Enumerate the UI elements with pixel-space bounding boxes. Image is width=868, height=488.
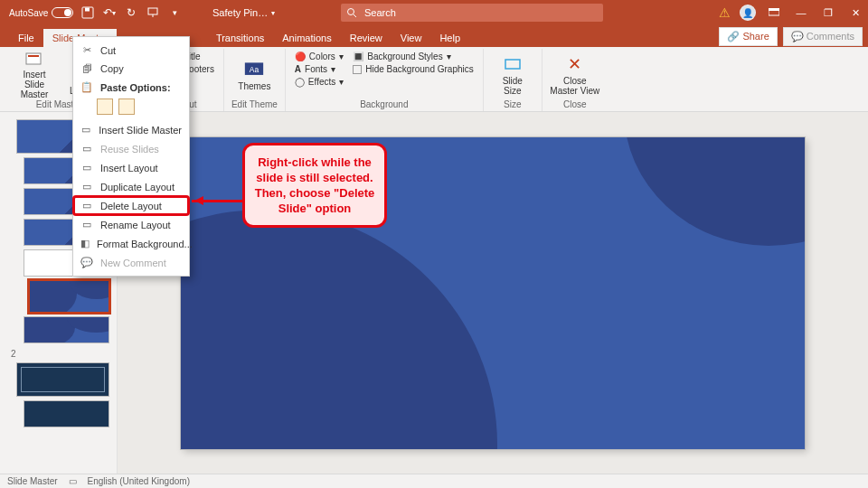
ribbon-group-close: ✕ Close Master View Close (542, 49, 608, 111)
decorative-shape (181, 210, 497, 449)
hide-bg-label: Hide Background Graphics (365, 64, 474, 74)
tab-file[interactable]: File (9, 29, 43, 47)
paste-option-keep-source[interactable] (118, 99, 135, 115)
status-view: Slide Master (7, 476, 58, 486)
themes-label: Themes (238, 81, 270, 91)
close-master-view-label: Close Master View (550, 76, 599, 96)
insert-layout-icon: ▭ (80, 162, 93, 174)
autosave-toggle[interactable]: AutoSave (9, 7, 73, 18)
themes-button[interactable]: Aa Themes (232, 51, 276, 99)
menu-copy[interactable]: 🗐Copy (73, 60, 189, 78)
svg-text:Aa: Aa (250, 64, 259, 73)
tab-review[interactable]: Review (341, 29, 392, 47)
menu-delete-layout[interactable]: ▭Delete Layout (73, 196, 189, 215)
insert-slide-master-button[interactable]: Insert Slide Master (13, 51, 56, 99)
menu-insert-layout[interactable]: ▭Insert Layout (73, 158, 189, 177)
ribbon-group-size: Slide Size Size (484, 49, 542, 111)
menu-rename-layout[interactable]: ▭Rename Layout (73, 215, 189, 234)
titlebar-right: ⚠ 👤 ― ❐ ✕ (719, 0, 864, 25)
qat-more-icon[interactable]: ▾ (167, 5, 182, 20)
layout-thumbnail-selected[interactable] (29, 280, 109, 313)
annotation-arrow (192, 200, 244, 202)
warning-icon[interactable]: ⚠ (719, 5, 731, 20)
svg-rect-1 (85, 8, 90, 12)
bgstyles-label: Background Styles (367, 52, 442, 61)
filename-dropdown-icon: ▾ (271, 9, 275, 17)
slide-master-icon: ▭ (80, 124, 91, 136)
toggle-switch-icon (52, 7, 73, 18)
menu-new-comment: 💬New Comment (73, 253, 189, 272)
menu-cut[interactable]: ✂Cut (73, 41, 189, 60)
undo-icon[interactable]: ↶▾ (102, 5, 117, 20)
menu-new-comment-label: New Comment (100, 258, 166, 268)
slide-size-label: Slide Size (503, 76, 523, 96)
quick-access-toolbar: AutoSave ↶▾ ↻ ▾ (0, 5, 182, 20)
close-master-view-button[interactable]: ✕ Close Master View (550, 51, 600, 99)
status-language[interactable]: English (United Kingdom) (88, 476, 190, 486)
filename-text: Safety Pin… (212, 7, 268, 18)
ribbon-group-edit-theme: Aa Themes Edit Theme (224, 49, 286, 111)
share-button[interactable]: 🔗 Share (719, 27, 777, 46)
decorative-shape (624, 137, 805, 246)
window-minimize-icon[interactable]: ― (792, 4, 810, 22)
ribbon-display-options-icon[interactable] (765, 4, 783, 22)
menu-duplicate-layout-label: Duplicate Layout (100, 182, 175, 192)
effects-dropdown[interactable]: ◯Effects ▾ (293, 76, 345, 88)
search-input[interactable] (363, 6, 598, 19)
tab-transitions[interactable]: Transitions (207, 29, 273, 47)
comments-button[interactable]: 💬 Comments (783, 27, 863, 46)
menu-paste-options-header: 📋Paste Options: (73, 78, 189, 97)
fonts-label: Fonts (305, 64, 327, 74)
paste-option-dest-theme[interactable] (97, 99, 113, 115)
menu-insert-slide-master[interactable]: ▭Insert Slide Master (73, 120, 189, 139)
present-icon[interactable] (146, 5, 160, 20)
svg-rect-7 (769, 8, 779, 11)
tab-help[interactable]: Help (430, 29, 469, 47)
slide-size-button[interactable]: Slide Size (491, 51, 534, 99)
document-title[interactable]: Safety Pin… ▾ (212, 0, 275, 25)
master-thumbnail-2[interactable] (16, 362, 109, 397)
window-close-icon[interactable]: ✕ (846, 4, 864, 22)
fonts-dropdown[interactable]: AFonts ▾ (293, 63, 345, 75)
account-avatar[interactable]: 👤 (740, 5, 756, 21)
bgstyles-icon: 🔳 (353, 52, 363, 61)
menu-delete-layout-label: Delete Layout (100, 201, 162, 211)
hide-background-checkbox[interactable]: Hide Background Graphics (351, 63, 476, 75)
menu-duplicate-layout[interactable]: ▭Duplicate Layout (73, 177, 189, 196)
menu-format-background-label: Format Background... (97, 239, 193, 249)
svg-rect-8 (26, 53, 41, 64)
svg-point-4 (348, 9, 354, 15)
background-styles-dropdown[interactable]: 🔳Background Styles ▾ (351, 51, 476, 62)
slide-master-icon (24, 51, 44, 68)
context-menu: ✂Cut 🗐Copy 📋Paste Options: ▭Insert Slide… (72, 36, 190, 277)
menu-reuse-slides-label: Reuse Slides (100, 144, 159, 155)
fonts-icon: A (295, 64, 301, 74)
menu-format-background[interactable]: ◧Format Background... (73, 234, 189, 253)
insert-slide-master-label: Insert Slide Master (13, 70, 56, 99)
redo-icon[interactable]: ↻ (124, 5, 138, 20)
tab-view[interactable]: View (392, 29, 431, 47)
cut-icon: ✂ (80, 44, 93, 56)
slide-size-icon (503, 54, 523, 74)
annotation-text: Right-click while the slide is still sel… (255, 155, 375, 215)
tab-animations[interactable]: Animations (273, 29, 340, 47)
accessibility-icon[interactable]: ▭ (69, 476, 77, 486)
ribbon-group-background: 🔴Colors ▾ AFonts ▾ ◯Effects ▾ 🔳Backgroun… (286, 49, 484, 111)
window-restore-icon[interactable]: ❐ (819, 4, 837, 22)
delete-icon: ▭ (80, 200, 93, 211)
svg-rect-17 (505, 60, 520, 69)
colors-dropdown[interactable]: 🔴Colors ▾ (293, 51, 345, 62)
search-box[interactable] (341, 4, 603, 22)
layout-thumbnail[interactable] (24, 316, 109, 343)
themes-icon: Aa (244, 60, 264, 80)
layout-thumbnail[interactable] (24, 400, 109, 427)
svg-line-5 (354, 14, 356, 17)
colors-label: Colors (309, 52, 335, 61)
duplicate-icon: ▭ (80, 181, 93, 192)
save-icon[interactable] (80, 5, 95, 20)
copy-icon: 🗐 (80, 63, 93, 74)
paste-options-icons (73, 97, 189, 120)
autosave-label: AutoSave (9, 8, 48, 18)
share-button-label: Share (742, 31, 769, 42)
menu-insert-slide-master-label: Insert Slide Master (99, 125, 182, 136)
